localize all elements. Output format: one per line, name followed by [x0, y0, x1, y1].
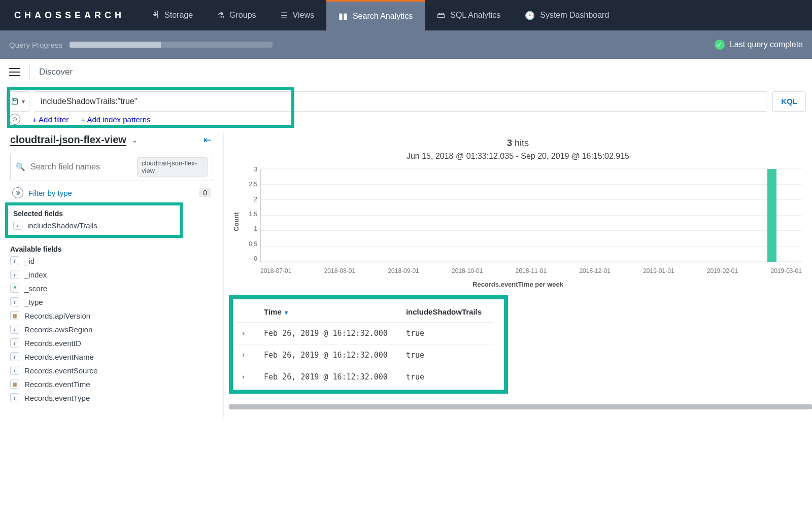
nav-label: Search Analytics	[353, 12, 413, 21]
chart-yaxis: 32.521.510.50	[240, 166, 257, 262]
field-type-icon: t	[10, 325, 19, 334]
nav-label: SQL Analytics	[450, 11, 500, 20]
field-name: includeShadowTrails	[27, 221, 97, 230]
svg-rect-0	[12, 99, 18, 105]
nav-groups[interactable]: ⚗ Groups	[205, 0, 268, 30]
cell-value: true	[400, 366, 494, 388]
field-type-icon: t	[13, 221, 22, 230]
hit-count: 3 hits	[224, 132, 812, 152]
field-item[interactable]: ▦Records.apiVersion	[10, 311, 213, 320]
kql-toggle[interactable]: KQL	[772, 91, 806, 112]
results-table-wrap: Time▼ includeShadowTrails ›Feb 26, 2019 …	[229, 295, 812, 395]
field-item[interactable]: t_index	[10, 270, 213, 279]
filter-icon: ⚗	[217, 11, 224, 20]
field-search-input[interactable]	[30, 162, 132, 171]
cell-time: Feb 26, 2019 @ 16:12:32.000	[258, 366, 400, 388]
nav-sql-analytics[interactable]: 🗃 SQL Analytics	[425, 0, 513, 30]
results-table: Time▼ includeShadowTrails ›Feb 26, 2019 …	[235, 301, 494, 388]
main-layout: cloudtrail-json-flex-view ⌄ ⇤ 🔍 cloudtra…	[0, 132, 812, 418]
expand-row-icon[interactable]: ›	[235, 366, 258, 388]
field-item[interactable]: tRecords.eventType	[10, 393, 213, 402]
hamburger-icon[interactable]	[9, 68, 20, 76]
cell-value: true	[400, 323, 494, 344]
field-item[interactable]: #_score	[10, 284, 213, 293]
nav-system-dashboard[interactable]: 🕑 System Dashboard	[513, 0, 621, 30]
field-type-icon: ▦	[10, 379, 19, 389]
field-search[interactable]: 🔍 cloudtrail-json-flex-view	[10, 153, 213, 181]
field-name: Records.eventID	[24, 339, 81, 348]
save-icon	[11, 97, 19, 106]
query-progress-track	[70, 42, 273, 48]
field-type-icon: t	[10, 256, 19, 265]
chevron-down-icon[interactable]: ⌄	[131, 135, 138, 145]
query-status-text: Last query complete	[730, 40, 803, 49]
field-type-icon: #	[10, 284, 19, 293]
nav-views[interactable]: ☰ Views	[268, 0, 326, 30]
expand-row-icon[interactable]: ›	[235, 344, 258, 366]
field-name: _type	[24, 298, 43, 306]
field-name: Records.awsRegion	[24, 325, 92, 334]
views-icon: ☰	[281, 11, 288, 20]
field-name: Records.eventType	[24, 394, 90, 402]
filter-by-type[interactable]: ⊜ Filter by type 0	[10, 186, 213, 199]
filter-type-icon: ⊜	[12, 187, 23, 198]
field-name: Records.eventTime	[24, 380, 90, 389]
storage-icon: 🗄	[151, 11, 159, 20]
field-type-icon: t	[10, 338, 19, 348]
brand-logo: CHAOSSEARCH	[0, 10, 139, 21]
filter-by-type-label: Filter by type	[28, 189, 72, 197]
add-index-patterns-button[interactable]: + Add index patterns	[81, 115, 150, 124]
field-type-icon: t	[10, 352, 19, 361]
chevron-down-icon: ▾	[22, 98, 25, 105]
nav-label: System Dashboard	[540, 11, 609, 20]
field-type-icon: t	[10, 366, 19, 375]
field-item[interactable]: tRecords.eventName	[10, 352, 213, 361]
results-panel: 3 hits Jun 15, 2018 @ 01:33:12.035 - Sep…	[223, 132, 812, 418]
separator	[29, 65, 30, 79]
field-type-icon: t	[10, 393, 19, 402]
nav-storage[interactable]: 🗄 Storage	[139, 0, 205, 30]
field-item[interactable]: t_type	[10, 297, 213, 306]
search-input[interactable]	[35, 91, 767, 112]
filter-options-icon[interactable]: ⊜	[9, 114, 20, 125]
highlight-box: Selected fields t includeShadowTrails	[5, 202, 183, 238]
table-row[interactable]: ›Feb 26, 2019 @ 16:12:32.000true	[235, 344, 494, 366]
clock-icon: 🕑	[525, 11, 535, 20]
date-range: Jun 15, 2018 @ 01:33:12.035 - Sep 20, 20…	[224, 152, 812, 166]
expand-row-icon[interactable]: ›	[235, 323, 258, 344]
table-row[interactable]: ›Feb 26, 2019 @ 16:12:32.000true	[235, 323, 494, 344]
selected-fields-label: Selected fields	[13, 210, 175, 218]
col-time[interactable]: Time▼	[258, 301, 400, 323]
index-pattern-select[interactable]: cloudtrail-json-flex-view	[10, 134, 126, 146]
chart-ylabel: Count	[232, 212, 240, 231]
field-item[interactable]: tRecords.awsRegion	[10, 325, 213, 334]
search-bar: ▾ KQL	[0, 85, 812, 114]
search-icon: 🔍	[16, 162, 25, 171]
bars-icon: ▮▮	[339, 11, 348, 21]
field-type-icon: t	[10, 270, 19, 279]
field-item[interactable]: ▦Records.eventTime	[10, 379, 213, 389]
chart-bar[interactable]	[767, 169, 776, 262]
field-name: _score	[24, 284, 47, 293]
histogram-chart[interactable]: Count 32.521.510.50 2018-07-012018-08-01…	[224, 166, 812, 278]
field-item[interactable]: t_id	[10, 256, 213, 265]
nav-search-analytics[interactable]: ▮▮ Search Analytics	[326, 0, 425, 30]
table-row[interactable]: ›Feb 26, 2019 @ 16:12:32.000true	[235, 366, 494, 388]
col-value[interactable]: includeShadowTrails	[400, 301, 494, 323]
add-filter-button[interactable]: + Add filter	[32, 115, 69, 124]
filter-type-count: 0	[199, 188, 211, 197]
horizontal-scrollbar[interactable]	[229, 404, 812, 409]
db-icon: 🗃	[437, 11, 445, 20]
field-item[interactable]: tRecords.eventSource	[10, 366, 213, 375]
saved-query-button[interactable]: ▾	[6, 91, 29, 112]
page-title: Discover	[39, 67, 73, 77]
field-name: Records.apiVersion	[24, 312, 90, 320]
field-type-icon: t	[10, 297, 19, 306]
chart-xaxis: 2018-07-012018-08-012018-09-012018-10-01…	[260, 267, 802, 274]
top-nav: CHAOSSEARCH 🗄 Storage ⚗ Groups ☰ Views ▮…	[0, 0, 812, 30]
field-item[interactable]: tRecords.eventID	[10, 338, 213, 348]
field-item[interactable]: t includeShadowTrails	[13, 221, 175, 230]
field-type-icon: ▦	[10, 311, 19, 320]
collapse-sidebar-icon[interactable]: ⇤	[204, 134, 211, 146]
fields-sidebar: cloudtrail-json-flex-view ⌄ ⇤ 🔍 cloudtra…	[0, 132, 223, 418]
